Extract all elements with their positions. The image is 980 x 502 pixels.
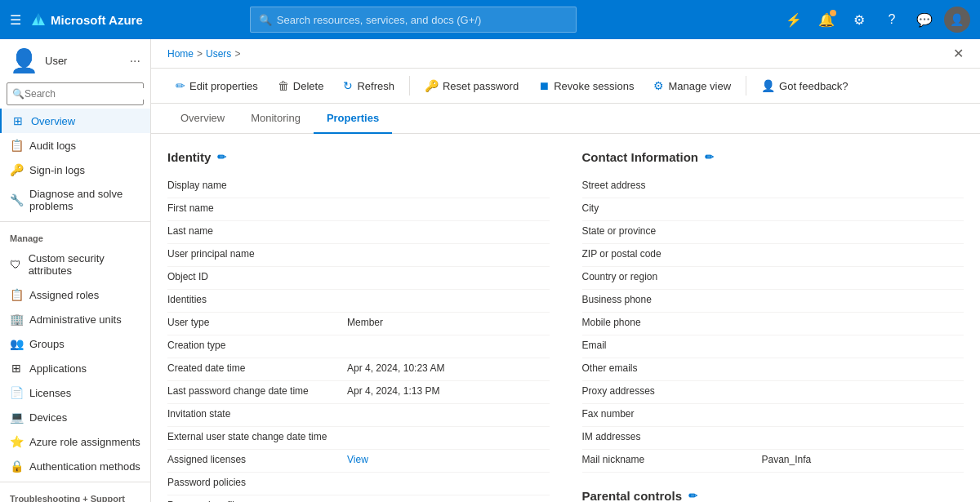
contact-edit-icon[interactable]: ✏ — [705, 151, 714, 163]
manage-divider — [0, 221, 150, 222]
tab-properties[interactable]: Properties — [314, 104, 392, 134]
toolbar: ✏ Edit properties 🗑 Delete ↻ Refresh 🔑 R… — [151, 69, 980, 104]
main-layout: 👤 User ··· 🔍 « ⊞ Overview 📋 Audit logs 🔑… — [0, 39, 980, 502]
parental-section-title: Parental controls ✏ — [582, 489, 964, 502]
sidebar-item-diagnose[interactable]: 🔧 Diagnose and solve problems — [0, 182, 150, 218]
hamburger-menu[interactable]: ☰ — [10, 12, 21, 28]
feedback-icon[interactable]: 💬 — [911, 7, 938, 33]
sidebar-item-azure-role[interactable]: ⭐ Azure role assignments — [0, 429, 150, 454]
troubleshoot-section-label: Troubleshooting + Support — [0, 486, 150, 502]
groups-icon: 👥 — [10, 337, 23, 350]
prop-first-name: First name — [167, 198, 550, 221]
manage-view-icon: ⚙ — [653, 79, 664, 92]
prop-zip: ZIP or postal code — [582, 244, 964, 267]
applications-icon: ⊞ — [10, 362, 23, 375]
delete-button[interactable]: 🗑 Delete — [270, 75, 332, 96]
top-navigation: ☰ Microsoft Azure 🔍 ⚡ 🔔 ⚙ ? 💬 👤 — [0, 0, 980, 39]
diagnose-icon: 🔧 — [10, 193, 23, 207]
sidebar-item-devices[interactable]: 💻 Devices — [0, 405, 150, 429]
cloud-shell-icon[interactable]: ⚡ — [781, 7, 807, 33]
revoke-sessions-icon: ⏹ — [538, 79, 550, 92]
feedback-button[interactable]: 👤 Got feedback? — [753, 75, 857, 96]
tab-overview[interactable]: Overview — [167, 104, 238, 134]
parental-edit-icon[interactable]: ✏ — [688, 490, 697, 502]
prop-email: Email — [582, 335, 964, 358]
sidebar-search-input[interactable] — [24, 88, 147, 100]
sidebar-item-label: Custom security attributes — [29, 252, 140, 277]
manage-view-button[interactable]: ⚙ Manage view — [645, 75, 739, 96]
more-options-button[interactable]: ··· — [130, 54, 140, 69]
close-panel-button[interactable]: ✕ — [953, 46, 964, 61]
prop-proxy-addresses: Proxy addresses — [582, 381, 964, 404]
sidebar-item-admin-units[interactable]: 🏢 Administrative units — [0, 307, 150, 331]
user-avatar[interactable]: 👤 — [944, 7, 970, 33]
settings-icon[interactable]: ⚙ — [846, 7, 872, 33]
feedback-icon: 👤 — [761, 79, 775, 92]
prop-identities: Identities — [167, 290, 550, 313]
sidebar-item-applications[interactable]: ⊞ Applications — [0, 356, 150, 380]
sidebar-item-overview[interactable]: ⊞ Overview — [0, 109, 150, 133]
sidebar-search[interactable]: 🔍 « — [7, 82, 144, 105]
sidebar-user-label: User — [45, 55, 67, 67]
sidebar-item-label: Azure role assignments — [29, 436, 140, 448]
sidebar-item-audit-logs[interactable]: 📋 Audit logs — [0, 133, 150, 158]
prop-other-emails: Other emails — [582, 358, 964, 381]
sidebar-item-label: Licenses — [29, 387, 71, 399]
licenses-icon: 📄 — [10, 386, 23, 399]
sidebar-item-groups[interactable]: 👥 Groups — [0, 331, 150, 356]
breadcrumb-home[interactable]: Home — [167, 48, 194, 60]
help-icon[interactable]: ? — [879, 7, 905, 33]
toolbar-divider-2 — [746, 76, 746, 96]
sidebar-item-label: Diagnose and solve problems — [29, 188, 140, 212]
edit-properties-button[interactable]: ✏ Edit properties — [167, 75, 266, 96]
sidebar-item-assigned-roles[interactable]: 📋 Assigned roles — [0, 282, 150, 307]
prop-user-type: User type Member — [167, 313, 550, 335]
user-icon: 👤 — [10, 47, 38, 74]
troubleshoot-divider — [0, 482, 150, 482]
notification-badge — [830, 10, 836, 16]
manage-section-label: Manage — [0, 225, 150, 247]
search-input[interactable] — [277, 14, 568, 26]
azure-role-icon: ⭐ — [10, 435, 23, 448]
prop-im-addresses: IM addresses — [582, 427, 964, 450]
sidebar-user-header: 👤 User ··· — [0, 39, 150, 79]
global-search[interactable]: 🔍 — [250, 7, 577, 33]
prop-display-name: Display name — [167, 175, 550, 198]
prop-city: City — [582, 198, 964, 221]
sidebar-item-sign-in-logs[interactable]: 🔑 Sign-in logs — [0, 158, 150, 182]
sidebar-nav: ⊞ Overview 📋 Audit logs 🔑 Sign-in logs 🔧… — [0, 109, 150, 502]
prop-mail-nickname: Mail nickname Pavan_Infa — [582, 450, 964, 473]
prop-invitation-state: Invitation state — [167, 404, 550, 427]
prop-assigned-licenses: Assigned licenses View — [167, 450, 550, 473]
revoke-sessions-button[interactable]: ⏹ Revoke sessions — [530, 75, 642, 96]
refresh-button[interactable]: ↻ Refresh — [335, 75, 403, 96]
sidebar-item-auth-methods[interactable]: 🔒 Authentication methods — [0, 454, 150, 478]
prop-object-id: Object ID — [167, 267, 550, 290]
reset-password-button[interactable]: 🔑 Reset password — [416, 75, 527, 96]
sidebar: 👤 User ··· 🔍 « ⊞ Overview 📋 Audit logs 🔑… — [0, 39, 151, 502]
prop-password-profile: Password profile — [167, 495, 550, 502]
sidebar-item-label: Sign-in logs — [29, 164, 85, 176]
prop-state: State or province — [582, 221, 964, 244]
properties-tabs: Overview Monitoring Properties — [151, 104, 980, 134]
nav-icons: ⚡ 🔔 ⚙ ? 💬 👤 — [781, 7, 970, 33]
assigned-licenses-link[interactable]: View — [347, 454, 550, 465]
devices-icon: 💻 — [10, 411, 23, 424]
breadcrumb-sep-1: > — [197, 48, 203, 60]
sidebar-item-custom-security[interactable]: 🛡 Custom security attributes — [0, 247, 150, 282]
prop-last-name: Last name — [167, 221, 550, 244]
prop-street-address: Street address — [582, 175, 964, 198]
sidebar-item-label: Audit logs — [29, 140, 76, 152]
toolbar-divider-1 — [409, 76, 410, 96]
sidebar-item-licenses[interactable]: 📄 Licenses — [0, 380, 150, 405]
prop-mobile-phone: Mobile phone — [582, 313, 964, 335]
identity-edit-icon[interactable]: ✏ — [217, 151, 226, 163]
sidebar-item-label: Groups — [29, 338, 65, 350]
notifications-icon[interactable]: 🔔 — [813, 7, 840, 33]
tab-monitoring[interactable]: Monitoring — [238, 104, 314, 134]
prop-fax-number: Fax number — [582, 404, 964, 427]
refresh-icon: ↻ — [343, 79, 353, 92]
sidebar-search-icon: 🔍 — [12, 88, 24, 100]
breadcrumb-users[interactable]: Users — [206, 48, 231, 60]
sidebar-item-label: Assigned roles — [29, 289, 99, 301]
